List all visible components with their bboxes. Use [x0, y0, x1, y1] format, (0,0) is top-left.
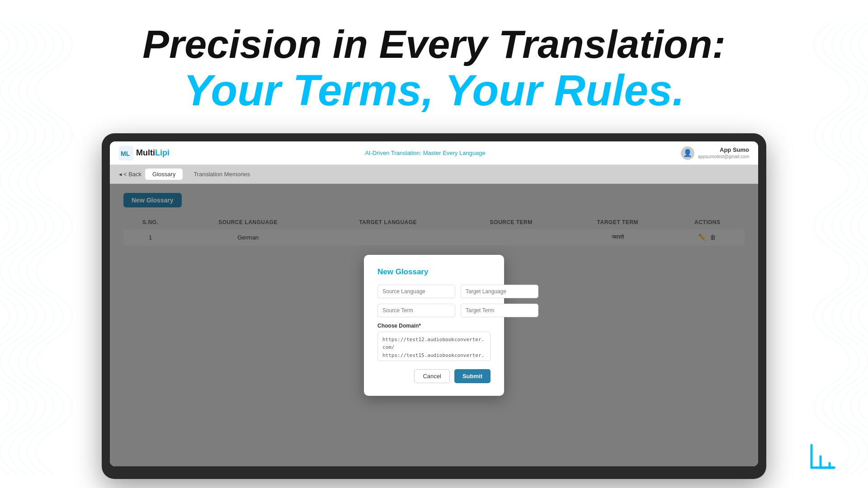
app-tagline: AI-Driven Translation: Master Every Lang… — [365, 150, 486, 156]
nav-back-button[interactable]: ◂ < Back — [119, 171, 142, 178]
app-nav: ◂ < Back Glossary Translation Memories — [110, 165, 758, 184]
user-avatar: 👤 — [681, 146, 694, 160]
device-screen: ML MultiLipi AI-Driven Translation: Mast… — [110, 141, 758, 466]
hero-line2: Your Terms, Your Rules. — [45, 66, 823, 114]
modal-footer: Cancel Submit — [377, 369, 491, 383]
device-frame: ML MultiLipi AI-Driven Translation: Mast… — [102, 133, 766, 479]
submit-button[interactable]: Submit — [454, 369, 491, 383]
new-glossary-modal: New Glossary Choose Domain* https://test… — [364, 255, 504, 396]
app-logo: ML MultiLipi — [119, 146, 170, 160]
target-language-input[interactable] — [461, 285, 538, 298]
hero-line1: Precision in Every Translation: — [45, 23, 823, 66]
domain-textarea[interactable]: https://test12.audiobookconverter.com/ h… — [377, 332, 491, 361]
hero-section: Precision in Every Translation: Your Ter… — [0, 14, 868, 123]
user-name: App Sumo — [698, 146, 749, 154]
multilipi-logo-icon: ML — [119, 146, 133, 160]
source-term-input[interactable] — [377, 304, 455, 317]
user-info: App Sumo appsumotest@gmail.com — [698, 146, 749, 160]
logo-text: MultiLipi — [136, 148, 170, 158]
choose-domain-label: Choose Domain* — [377, 323, 491, 329]
app-main-content: New Glossary S.NO. SOURCE LANGUAGE TARGE… — [110, 184, 758, 466]
modal-title: New Glossary — [377, 267, 491, 277]
target-term-input[interactable] — [461, 304, 538, 317]
source-language-input[interactable] — [377, 285, 455, 298]
svg-text:ML: ML — [121, 150, 130, 157]
modal-term-row — [377, 304, 491, 317]
tab-translation-memories[interactable]: Translation Memories — [186, 169, 257, 180]
user-email: appsumotest@gmail.com — [698, 154, 749, 160]
tab-glossary[interactable]: Glossary — [145, 169, 183, 180]
back-arrow-icon: ◂ — [119, 171, 122, 178]
modal-overlay: New Glossary Choose Domain* https://test… — [110, 184, 758, 466]
app-user: 👤 App Sumo appsumotest@gmail.com — [681, 146, 749, 160]
corner-decorative-icon — [807, 441, 843, 472]
modal-language-row — [377, 285, 491, 298]
app-header: ML MultiLipi AI-Driven Translation: Mast… — [110, 141, 758, 165]
cancel-button[interactable]: Cancel — [414, 369, 449, 383]
